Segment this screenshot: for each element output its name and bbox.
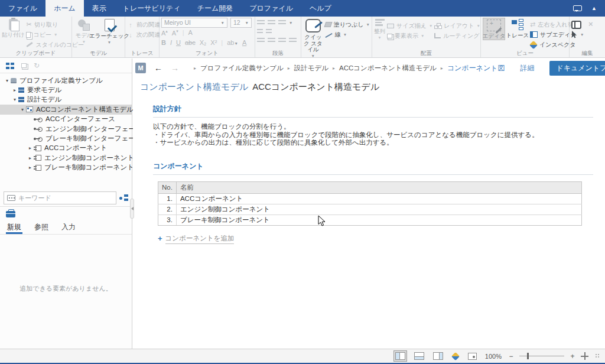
design-policy-text[interactable]: 以下の方針で、機能ブロックの分割を行う。・ドライバ、車両からの入力を種別毎に機能…	[153, 123, 593, 147]
tab-トレーサビリティ[interactable]: トレーサビリティ	[115, 0, 189, 17]
expander-icon[interactable]: ▾	[11, 97, 18, 102]
editor-view-button[interactable]: エディタ	[483, 18, 505, 40]
resize-grip[interactable]	[595, 353, 600, 359]
error-check-button[interactable]: エラーチェック ▼	[96, 18, 123, 46]
tree-item[interactable]: ▾設計モデル	[0, 95, 132, 105]
grow-font-button[interactable]: A▴	[161, 29, 168, 37]
breadcrumb-item[interactable]: プロファイル定義サンプル	[200, 64, 284, 73]
align-justify-icon[interactable]	[289, 38, 297, 44]
font-family-combo[interactable]: Meiryo UI▼	[161, 18, 227, 28]
collapse-ribbon-icon[interactable]: ▲	[591, 5, 597, 11]
font-size-combo[interactable]: 12▼	[230, 18, 252, 28]
view-link-detail[interactable]: 詳細	[520, 63, 534, 73]
table-row[interactable]: 2.エンジン制御コンポーネント	[158, 204, 582, 214]
table-row[interactable]: 3.ブレーキ制御コンポーネント	[158, 214, 582, 225]
superscript-button[interactable]: X²	[210, 39, 217, 46]
align-center-icon[interactable]	[268, 38, 275, 44]
tab-表示[interactable]: 表示	[84, 0, 115, 17]
tree-item[interactable]: エンジン制御インターフェース	[0, 124, 132, 134]
bullet-list-icon[interactable]	[257, 20, 265, 26]
tree-item[interactable]: ブレーキ制御インターフェース	[0, 134, 132, 143]
forward-arrow-icon[interactable]: →	[171, 63, 179, 73]
align-right-icon[interactable]	[278, 38, 286, 44]
shrink-font-button[interactable]: A▾	[172, 29, 178, 37]
select-cursor-icon[interactable]	[571, 31, 577, 38]
toolbox-tab-参照[interactable]: 参照	[34, 220, 48, 234]
paste-button[interactable]: 貼り付け	[2, 18, 24, 38]
expander-icon[interactable]: ▸	[27, 155, 34, 161]
strikethrough-button[interactable]: abc	[185, 39, 196, 46]
panel-collapse-handle[interactable]	[130, 199, 134, 219]
layout-bottom-pane-button[interactable]	[412, 350, 426, 362]
quick-style-button[interactable]: クイック スタイル ▼	[303, 18, 323, 59]
bold-button[interactable]: B	[161, 39, 166, 46]
model-button[interactable]: モデル ▼	[74, 18, 94, 45]
trace-view-button[interactable]: トレース	[507, 18, 528, 39]
zoom-slider-handle[interactable]	[527, 353, 529, 359]
table-row[interactable]: 1.ACCコンポーネント	[158, 193, 582, 204]
italic-button[interactable]: I	[170, 39, 172, 46]
prev-relation-button[interactable]: ↑前の関連	[127, 21, 160, 28]
breadcrumb-item[interactable]: ACCコンポーネント構造モデル	[339, 64, 437, 73]
tree-item[interactable]: ▸ブレーキ制御コンポーネント	[0, 163, 132, 173]
subscript-button[interactable]: X₂	[200, 39, 207, 46]
zoom-slider[interactable]	[519, 352, 564, 360]
expander-icon[interactable]: ▸	[11, 87, 18, 93]
duplicate-view-icon[interactable]	[21, 63, 27, 68]
toolbox-icon[interactable]	[6, 211, 15, 217]
decrease-indent-icon[interactable]	[257, 29, 263, 35]
tab-ファイル[interactable]: ファイル	[0, 0, 45, 17]
tree-item[interactable]: ▾プロファイル定義サンプル	[0, 76, 132, 85]
increase-indent-icon[interactable]	[266, 29, 272, 35]
feedback-bubble-icon[interactable]	[573, 5, 582, 11]
font-color-button[interactable]: A	[242, 39, 246, 46]
toolbox-tab-新規[interactable]: 新規	[7, 220, 21, 234]
tree-item[interactable]: ▸エンジン制御コンポーネント	[0, 153, 132, 162]
layout-button[interactable]: レイアウト▼	[434, 22, 486, 30]
next-relation-button[interactable]: ↓次の関連	[127, 31, 160, 38]
tree-item[interactable]: ▸要求モデル	[0, 85, 132, 95]
tree-item[interactable]: ACCインターフェース	[0, 115, 132, 124]
zoom-in-button[interactable]: +	[570, 352, 575, 360]
back-arrow-icon[interactable]: ←	[154, 63, 162, 73]
size-align-button[interactable]: サイズ揃え▼	[387, 22, 432, 30]
pan-view-icon[interactable]	[581, 352, 588, 360]
tree-item[interactable]: ▸ACCコンポーネント	[0, 144, 132, 153]
line-button[interactable]: 線▼	[325, 31, 370, 38]
layout-right-pane-button[interactable]	[431, 350, 445, 362]
zoom-out-button[interactable]: −	[508, 352, 514, 360]
expander-icon[interactable]: ▾	[19, 107, 26, 112]
search-binoculars-icon[interactable]	[571, 21, 581, 27]
highlight-button[interactable]: ab▼	[227, 39, 238, 46]
tree-view-icon[interactable]	[6, 63, 14, 69]
add-component-button[interactable]: + コンポーネントを追加	[158, 234, 593, 244]
routing-button[interactable]: ルーティング▼	[434, 32, 486, 40]
expander-icon[interactable]: ▾	[4, 78, 11, 83]
align-button[interactable]: 整列 ▼	[374, 18, 385, 41]
delete-x-icon[interactable]: ×	[588, 20, 593, 28]
numbered-list-icon[interactable]	[268, 20, 275, 26]
sync-view-icon[interactable]: ↻	[34, 61, 40, 70]
keyword-search-input[interactable]	[18, 194, 113, 202]
expander-icon[interactable]: ▸	[27, 165, 34, 170]
multilevel-list-icon[interactable]	[278, 20, 286, 26]
underline-button[interactable]: U	[176, 39, 181, 46]
inspector-toggle-button[interactable]	[450, 351, 461, 362]
element-display-button[interactable]: 要素表示▼	[387, 32, 432, 40]
layout-left-pane-button[interactable]	[393, 350, 407, 362]
screen-toggle-button[interactable]	[466, 351, 479, 362]
tab-ホーム[interactable]: ホーム	[45, 0, 84, 17]
toolbox-tab-入力[interactable]: 入力	[61, 220, 76, 234]
model-filter-icon[interactable]	[119, 194, 128, 202]
expander-icon[interactable]: ▸	[27, 145, 34, 151]
clear-format-button[interactable]: A	[188, 29, 193, 36]
tab-チーム開発[interactable]: チーム開発	[189, 0, 242, 17]
view-button-document-form[interactable]: ドキュメントフォーム	[549, 61, 605, 76]
model-badge[interactable]: M	[135, 63, 146, 73]
view-link-component-diagram[interactable]: コンポーネント図	[447, 63, 505, 73]
breadcrumb-item[interactable]: 設計モデル	[294, 64, 328, 73]
align-left-icon[interactable]	[257, 38, 265, 44]
tab-プロファイル[interactable]: プロファイル	[241, 0, 301, 17]
fill-button[interactable]: 塗りつぶし▼	[325, 21, 370, 28]
tree-item[interactable]: ▾ACCコンポーネント構造モデル	[0, 105, 132, 114]
